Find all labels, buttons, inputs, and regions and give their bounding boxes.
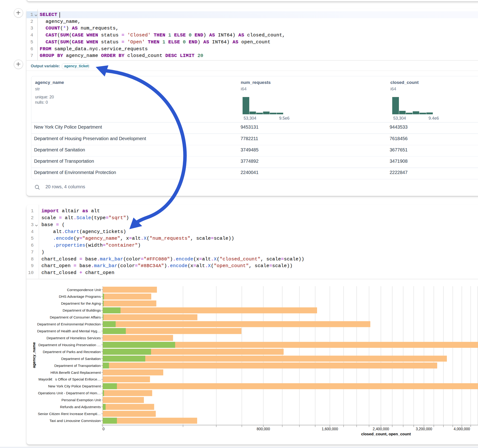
svg-text:800,000: 800,000 [257,427,270,431]
svg-text:Taxi and Limousine Commission: Taxi and Limousine Commission [50,419,101,423]
svg-text:0: 0 [103,427,105,431]
svg-text:Department of Transportation: Department of Transportation [54,364,101,367]
svg-text:Department of Health and Menta: Department of Health and Mental Hyg… [37,329,101,333]
svg-text:DHS Advantage Programs: DHS Advantage Programs [59,294,101,299]
svg-text:Department of Homeless Service: Department of Homeless Services [47,336,101,340]
svg-text:Personal Exemption Unit: Personal Exemption Unit [61,398,101,402]
svg-text:Department of Housing Preserva: Department of Housing Preservation … [38,343,101,347]
svg-text:New York City Police Departmen: New York City Police Department [48,384,101,388]
svg-text:2,400,000: 2,400,000 [373,427,389,431]
svg-text:Department of Consumer Affairs: Department of Consumer Affairs [50,315,101,319]
svg-text:Department of Sanitation: Department of Sanitation [61,357,101,361]
svg-text:Operations Unit - Department o: Operations Unit - Department of Hom… [38,391,101,395]
svg-text:Department for the Aging: Department for the Aging [61,301,101,305]
svg-text:HRA Benefit Card Replacement: HRA Benefit Card Replacement [50,371,101,374]
svg-text:closed_count, open_count: closed_count, open_count [361,432,411,436]
svg-text:Mayorâ€ s Office of Special E: Mayorâ€ s Office of Special Enforce… [38,377,101,381]
svg-text:4,000,000: 4,000,000 [453,427,470,431]
svg-text:Department of Buildings: Department of Buildings [63,308,101,312]
svg-text:Senior Citizen Rent Increase E: Senior Citizen Rent Increase Exempti… [38,412,101,416]
svg-text:agency_name: agency_name [32,342,36,368]
svg-text:Refunds and Adjustments: Refunds and Adjustments [60,405,101,409]
svg-text:Department of Environmental Pr: Department of Environmental Protection [37,322,101,326]
svg-text:Correspondence Unit: Correspondence Unit [67,288,101,292]
svg-text:3,200,000: 3,200,000 [416,427,432,431]
svg-text:Department of Parks and Recrea: Department of Parks and Recreation [43,350,101,354]
svg-text:1,600,000: 1,600,000 [322,427,338,431]
